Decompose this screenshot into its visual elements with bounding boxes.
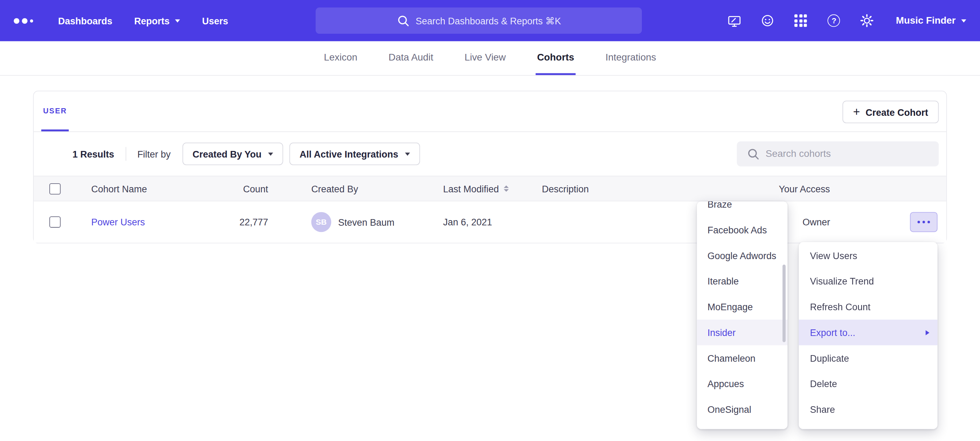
cohort-name-link[interactable]: Power Users xyxy=(91,217,145,227)
submenu-item-facebook-ads[interactable]: Facebook Ads xyxy=(697,217,788,243)
apps-grid-icon[interactable] xyxy=(794,14,808,28)
submenu-item-insider[interactable]: Insider xyxy=(697,320,788,345)
submenu-item-appcues[interactable]: Appcues xyxy=(697,371,788,396)
dot xyxy=(918,220,920,223)
create-cohort-button[interactable]: + Create Cohort xyxy=(842,101,939,123)
mixpanel-logo-icon[interactable] xyxy=(14,18,33,23)
submenu-item-google-adwords[interactable]: Google Adwords xyxy=(697,243,788,268)
menu-item-export-to-label: Export to... xyxy=(810,327,855,338)
submenu-item-onesignal[interactable]: OneSignal xyxy=(697,396,788,422)
caret-down-icon xyxy=(405,152,410,155)
caret-down-icon xyxy=(175,19,180,22)
export-destinations-menu: Braze Facebook Ads Google Adwords Iterab… xyxy=(697,201,788,429)
search-icon xyxy=(747,147,759,160)
submenu-item-moengage[interactable]: MoEngage xyxy=(697,294,788,320)
nav-dashboards-label: Dashboards xyxy=(58,15,112,26)
cohorts-panel: USER + Create Cohort 1 Results Filter by… xyxy=(33,91,947,243)
help-icon[interactable]: ? xyxy=(827,14,841,28)
cohort-your-access: Owner xyxy=(802,217,830,227)
submenu-item-chameleon[interactable]: Chameleon xyxy=(697,345,788,371)
table-header-row: Cohort Name Count Created By Last Modifi… xyxy=(34,176,946,201)
menu-item-share[interactable]: Share xyxy=(799,396,937,422)
table-row: Power Users 22,777 SB Steven Baum Jan 6,… xyxy=(34,201,946,243)
project-name: Music Finder xyxy=(896,15,956,26)
sort-icon[interactable] xyxy=(504,185,509,192)
cohorts-toolbar: 1 Results Filter by Created By You All A… xyxy=(34,132,946,176)
submenu-arrow-icon xyxy=(926,330,930,335)
cohort-search[interactable] xyxy=(737,141,939,166)
header-last-modified-label: Last Modified xyxy=(443,183,499,194)
nav-reports-label: Reports xyxy=(134,15,170,26)
tab-live-view[interactable]: Live View xyxy=(463,42,507,75)
filter-integrations-value: All Active Integrations xyxy=(299,149,398,159)
section-tabs: Lexicon Data Audit Live View Cohorts Int… xyxy=(0,42,980,76)
dot xyxy=(922,220,925,223)
menu-item-delete[interactable]: Delete xyxy=(799,371,937,396)
nav-reports[interactable]: Reports xyxy=(134,15,180,26)
tab-data-audit[interactable]: Data Audit xyxy=(388,42,435,75)
panel-tabs-row: USER + Create Cohort xyxy=(34,91,946,132)
support-icon[interactable] xyxy=(761,14,775,28)
settings-gear-icon[interactable] xyxy=(860,14,874,28)
tab-user[interactable]: USER xyxy=(41,91,69,131)
feedback-icon[interactable] xyxy=(728,14,741,28)
header-created-by[interactable]: Created By xyxy=(311,183,358,194)
cohort-created-by-cell: SB Steven Baum xyxy=(311,212,395,232)
header-description[interactable]: Description xyxy=(542,183,589,194)
tab-integrations[interactable]: Integrations xyxy=(605,42,657,75)
tab-lexicon[interactable]: Lexicon xyxy=(323,42,358,75)
top-nav-bar: Dashboards Reports Users xyxy=(0,0,980,42)
menu-item-refresh-count[interactable]: Refresh Count xyxy=(799,294,937,320)
menu-item-export-to[interactable]: Export to... xyxy=(799,320,937,345)
app-root: Dashboards Reports Users xyxy=(0,0,980,441)
row-checkbox-cell xyxy=(49,216,60,227)
select-all-checkbox[interactable] xyxy=(49,183,60,194)
search-icon xyxy=(397,14,409,27)
row-checkbox[interactable] xyxy=(49,216,60,227)
cohort-search-input[interactable] xyxy=(765,148,928,159)
create-cohort-label: Create Cohort xyxy=(865,107,928,118)
nav-dashboards[interactable]: Dashboards xyxy=(58,15,112,26)
menu-item-visualize-trend[interactable]: Visualize Trend xyxy=(799,268,937,294)
nav-users[interactable]: Users xyxy=(202,15,228,26)
created-by-name: Steven Baum xyxy=(338,217,395,227)
row-actions-button[interactable] xyxy=(910,212,938,232)
header-cohort-name[interactable]: Cohort Name xyxy=(91,183,147,194)
cohort-count: 22,777 xyxy=(193,217,268,227)
cohort-last-modified: Jan 6, 2021 xyxy=(443,217,492,227)
select-all-checkbox-cell xyxy=(49,183,60,194)
dot xyxy=(927,220,930,223)
top-nav-right: ? Music F xyxy=(728,0,966,42)
menu-item-duplicate[interactable]: Duplicate xyxy=(799,345,937,371)
vertical-divider xyxy=(126,147,126,161)
submenu-item-braze[interactable]: Braze xyxy=(697,201,788,217)
nav-users-label: Users xyxy=(202,15,228,26)
header-count[interactable]: Count xyxy=(193,183,268,194)
scrollbar-thumb[interactable] xyxy=(783,265,786,342)
question-mark-icon: ? xyxy=(828,14,840,27)
filter-integrations-dropdown[interactable]: All Active Integrations xyxy=(290,142,420,165)
filter-created-by-value: Created By You xyxy=(192,149,261,159)
header-last-modified[interactable]: Last Modified xyxy=(443,183,509,194)
caret-down-icon xyxy=(268,152,273,155)
filter-by-label: Filter by xyxy=(137,149,171,159)
submenu-item-iterable[interactable]: Iterable xyxy=(697,268,788,294)
menu-item-view-users[interactable]: View Users xyxy=(799,243,937,268)
global-search[interactable] xyxy=(315,8,642,34)
project-switcher[interactable]: Music Finder xyxy=(896,15,966,26)
tab-cohorts[interactable]: Cohorts xyxy=(536,42,576,75)
filter-created-by-dropdown[interactable]: Created By You xyxy=(183,142,283,165)
global-search-input[interactable] xyxy=(416,15,634,26)
avatar: SB xyxy=(311,212,331,232)
results-count: 1 Results xyxy=(73,149,115,159)
apps-grid-dots xyxy=(795,14,807,27)
caret-down-icon xyxy=(961,19,966,22)
row-actions-menu: View Users Visualize Trend Refresh Count… xyxy=(799,242,937,429)
header-your-access[interactable]: Your Access xyxy=(779,183,830,194)
top-nav-items: Dashboards Reports Users xyxy=(58,15,228,26)
plus-icon: + xyxy=(853,106,860,118)
